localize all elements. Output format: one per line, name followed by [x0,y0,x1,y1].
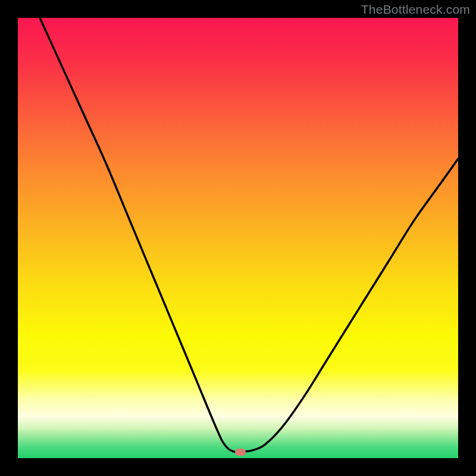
chart-frame: TheBottleneck.com [0,0,476,476]
watermark-text: TheBottleneck.com [361,2,470,17]
optimal-marker [235,449,246,456]
plot-area [18,18,458,458]
bottleneck-curve [18,18,458,458]
